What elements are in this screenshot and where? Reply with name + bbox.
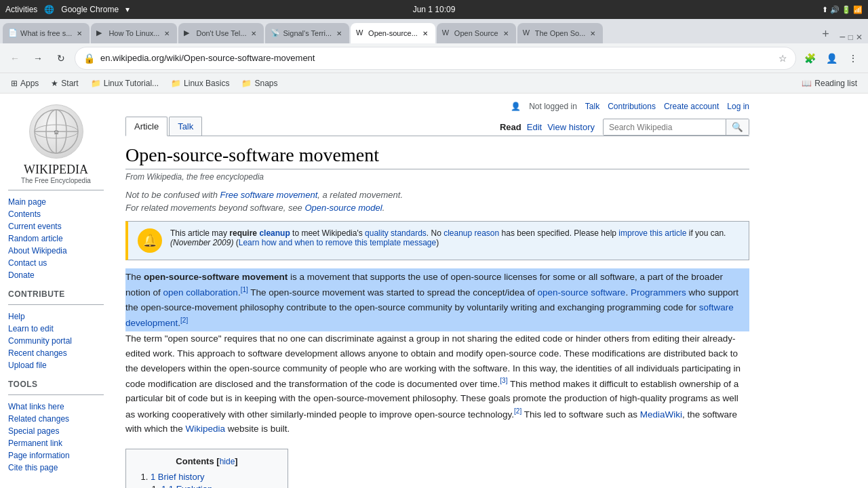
tab-tab6[interactable]: WOpen Source✕ <box>437 23 516 43</box>
wiki-topbar-right: 👤 Not logged in Talk Contributions Creat… <box>511 102 749 111</box>
programmers-link[interactable]: Programmers <box>631 287 686 298</box>
nav-item-related-changes: Related changes <box>8 413 104 425</box>
nav-link[interactable]: Permanent link <box>8 439 62 448</box>
address-bar[interactable]: 🔒 ☆ <box>75 47 796 70</box>
reading-list-label: Reading list <box>814 79 857 88</box>
nav-link[interactable]: Main page <box>8 197 46 207</box>
menu-button[interactable]: ⋮ <box>844 49 863 68</box>
nav-link[interactable]: Recent changes <box>8 348 67 358</box>
tab-tab3[interactable]: ▶Don't Use Tel...✕ <box>178 23 264 43</box>
extensions-button[interactable]: 🧩 <box>800 49 819 68</box>
tab-favicon: W <box>442 28 452 38</box>
os-app-name: Google Chrome <box>61 5 119 14</box>
create-account-link[interactable]: Create account <box>664 102 719 111</box>
tab-close-button[interactable]: ✕ <box>501 28 511 38</box>
nav-link[interactable]: Cite this page <box>8 463 58 472</box>
hatnote-1: Not to be confused with Free software mo… <box>125 190 749 200</box>
profile-button[interactable]: 👤 <box>822 49 841 68</box>
maximize-button[interactable]: □ <box>848 33 853 42</box>
toc-item-1: 1 Brief history 1.1 Evolution <box>151 472 277 488</box>
tab-close-button[interactable]: ✕ <box>249 28 258 38</box>
cleanup-reason-link[interactable]: cleanup reason <box>443 228 499 238</box>
url-input[interactable] <box>100 53 773 63</box>
nav-link[interactable]: Special pages <box>8 426 59 436</box>
close-button[interactable]: ✕ <box>856 33 863 42</box>
tab-favicon: 📡 <box>271 28 280 38</box>
nav-link[interactable]: Page information <box>8 451 70 460</box>
toc-hide-button[interactable]: hide <box>220 457 235 466</box>
nav-link[interactable]: Learn to edit <box>8 324 54 333</box>
view-history-link[interactable]: View history <box>547 122 595 132</box>
tab-close-button[interactable]: ✕ <box>162 28 172 38</box>
nav-link[interactable]: Help <box>8 312 25 321</box>
wiki-search-button[interactable]: 🔍 <box>726 119 749 135</box>
tab-tab4[interactable]: 📡Signal's Terri...✕ <box>265 23 349 43</box>
bookmark-star-icon[interactable]: ☆ <box>778 53 787 64</box>
nav-link[interactable]: What links here <box>8 402 64 411</box>
open-source-model-link[interactable]: Open-source model <box>304 203 382 213</box>
tab-tab5[interactable]: WOpen-source...✕ <box>351 23 435 43</box>
toc-link-1-1[interactable]: 1.1 Evolution <box>161 484 212 488</box>
talk-link[interactable]: Talk <box>585 102 599 111</box>
open-collaboration-link[interactable]: open collaboration <box>163 287 238 298</box>
login-link[interactable]: Log in <box>727 102 749 111</box>
nav-item-donate: Donate <box>8 269 104 281</box>
forward-button[interactable]: → <box>28 49 47 68</box>
reading-list-button[interactable]: 📖 Reading list <box>796 77 863 89</box>
wikipedia-link[interactable]: Wikipedia <box>186 424 226 434</box>
reload-button[interactable]: ↻ <box>52 49 71 68</box>
cleanup-link[interactable]: cleanup <box>259 228 290 238</box>
tab-tab2[interactable]: ▶How To Linux...✕ <box>91 23 177 43</box>
new-tab-button[interactable]: + <box>816 24 835 43</box>
back-button[interactable]: ← <box>5 49 24 68</box>
bookmark-linuxbasics[interactable]: 📁Linux Basics <box>165 77 235 89</box>
tab-tab1[interactable]: 📄What is free s...✕ <box>3 23 90 43</box>
read-link[interactable]: Read <box>500 122 521 132</box>
nav-actions: 🧩 👤 ⋮ <box>800 49 863 68</box>
mediawiki-link[interactable]: MediaWiki <box>640 409 682 419</box>
tab-favicon: W <box>523 28 532 38</box>
tab-close-button[interactable]: ✕ <box>75 28 84 38</box>
wiki-nav: Main pageContentsCurrent eventsRandom ar… <box>8 190 104 474</box>
minimize-button[interactable]: − <box>839 31 845 43</box>
bookmark-apps[interactable]: ⊞Apps <box>5 77 44 89</box>
contributions-link[interactable]: Contributions <box>608 102 656 111</box>
tab-close-button[interactable]: ✕ <box>420 28 430 38</box>
tab-talk[interactable]: Talk <box>169 117 202 136</box>
improve-article-link[interactable]: improve this article <box>618 228 686 238</box>
nav-link[interactable]: Upload file <box>8 361 47 370</box>
bookmarks-bar: ⊞Apps★Start📁Linux Tutorial...📁Linux Basi… <box>0 73 868 94</box>
nav-item-contents: Contents <box>8 208 104 220</box>
free-software-movement-link[interactable]: Free software movement <box>220 190 317 200</box>
nav-heading-tools: Tools <box>8 380 104 389</box>
bookmark-linuxtutorial...[interactable]: 📁Linux Tutorial... <box>85 77 164 89</box>
toc-link-1[interactable]: 1 Brief history <box>151 472 204 482</box>
wiki-search-input[interactable] <box>604 120 726 135</box>
nav-link[interactable]: Random article <box>8 234 63 243</box>
tab-article[interactable]: Article <box>125 117 167 136</box>
bookmark-label: Start <box>61 79 78 88</box>
nav-link[interactable]: Contents <box>8 209 41 219</box>
software-dev-link[interactable]: software development <box>125 302 734 328</box>
tab-tab7[interactable]: WThe Open So...✕ <box>517 23 604 43</box>
svg-text:Ω: Ω <box>54 129 58 136</box>
edit-link[interactable]: Edit <box>527 122 542 132</box>
nav-link[interactable]: Donate <box>8 270 35 280</box>
nav-link[interactable]: About Wikipedia <box>8 246 67 256</box>
nav-link[interactable]: Current events <box>8 222 62 231</box>
wiki-subtitle: From Wikipedia, the free encyclopedia <box>125 172 749 182</box>
article-paragraph-2: The term "open source" requires that no … <box>125 331 749 436</box>
tab-close-button[interactable]: ✕ <box>588 28 597 38</box>
oss-link[interactable]: open-source software <box>538 287 626 298</box>
nav-link[interactable]: Contact us <box>8 258 47 268</box>
nav-link[interactable]: Related changes <box>8 414 69 424</box>
activities-label[interactable]: Activities <box>5 5 37 14</box>
quality-standards-link[interactable]: quality standards <box>365 228 427 238</box>
nav-item-community-portal: Community portal <box>8 335 104 347</box>
bookmark-snaps[interactable]: 📁Snaps <box>236 77 283 89</box>
os-dropdown-icon[interactable]: ▾ <box>125 5 130 14</box>
nav-link[interactable]: Community portal <box>8 336 72 346</box>
bookmark-start[interactable]: ★Start <box>45 77 83 89</box>
template-message-link[interactable]: Learn how and when to remove this templa… <box>239 238 437 247</box>
tab-close-button[interactable]: ✕ <box>334 28 344 38</box>
